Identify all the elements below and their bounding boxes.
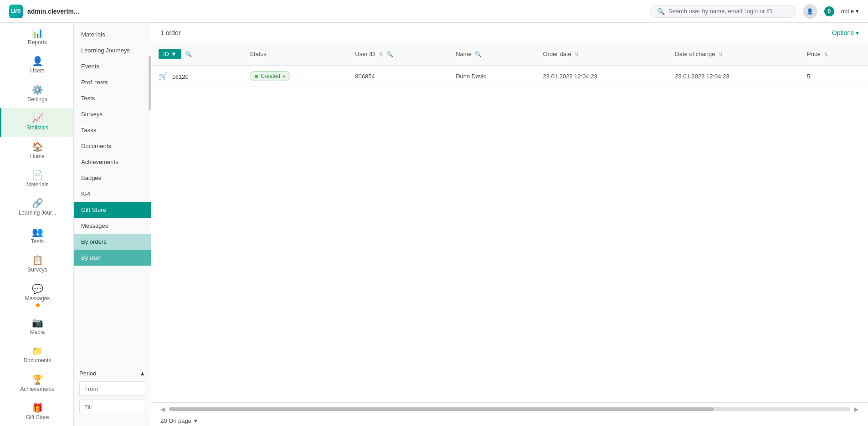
achievements-icon: 🏆 [32, 375, 43, 384]
secondary-item-achievements[interactable]: Achievements [74, 154, 151, 170]
status-dot [255, 75, 258, 78]
surveys-icon: 📋 [32, 256, 43, 265]
bottom-bar: ◀ ▶ 20 On page ▾ [151, 402, 868, 426]
sidebar-label-home: Home [30, 153, 45, 159]
sort-arrow-icon: ▼ [171, 51, 177, 57]
status-badge[interactable]: Created ▾ [250, 71, 290, 81]
sidebar-label-settings: Settings [27, 96, 47, 103]
reports-icon: 📊 [32, 28, 43, 37]
scrollbar-thumb [169, 407, 714, 411]
scroll-left-icon[interactable]: ◀ [160, 405, 165, 413]
sidebar-item-media[interactable]: 📷 Media [0, 313, 73, 341]
sidebar-label-users: Users [30, 67, 44, 74]
sidebar-item-gift-store[interactable]: 🎁 Gift Store [0, 398, 73, 426]
sidebar-item-settings[interactable]: ⚙️ Settings [0, 80, 73, 108]
secondary-item-prof-tests[interactable]: Prof. tests [74, 74, 151, 90]
sidebar-item-statistics[interactable]: 📈 Statistics [0, 108, 73, 136]
price-sort-icon[interactable]: ⇅ [824, 51, 828, 57]
cell-status: Created ▾ [242, 65, 348, 87]
sidebar-item-surveys[interactable]: 📋 Surveys [0, 250, 73, 278]
sidebar-item-documents[interactable]: 📁 Documents [0, 341, 73, 369]
secondary-item-tests[interactable]: Tests [74, 90, 151, 106]
scroll-right-icon[interactable]: ▶ [854, 405, 859, 413]
column-price[interactable]: Price ⇅ [800, 43, 868, 65]
from-date-input-container[interactable]: 📅 [79, 381, 145, 396]
options-button[interactable]: Options ▾ [832, 29, 859, 36]
till-date-input[interactable] [84, 404, 151, 411]
topbar: LMS admin.cleverlm... 🔍 👤 0 obi.e ▾ [0, 0, 868, 23]
topbar-right: 🔍 👤 0 obi.e ▾ [650, 4, 859, 19]
column-date-of-change[interactable]: Date of change ⇅ [668, 43, 800, 65]
search-icon: 🔍 [657, 8, 665, 15]
secondary-item-documents[interactable]: Documents [74, 138, 151, 154]
main-layout: 📊 Reports 👤 Users ⚙️ Settings 📈 Statisti… [0, 23, 868, 426]
sub-item-by-orders[interactable]: By orders [74, 234, 151, 250]
table-header-row: ID ▼ 🔍 Status User ID ⇅ 🔍 Name 🔍 [151, 43, 868, 65]
period-header[interactable]: Period ▲ [79, 370, 145, 377]
from-date-input[interactable] [84, 385, 151, 392]
order-id-value: 16120 [172, 73, 189, 80]
status-chevron-icon[interactable]: ▾ [283, 74, 285, 79]
search-bar[interactable]: 🔍 [650, 5, 796, 18]
materials-icon: 📄 [32, 170, 43, 180]
period-collapse-icon: ▲ [139, 370, 145, 377]
sidebar-label-materials: Materials [26, 181, 49, 188]
user-name-dropdown[interactable]: obi.e ▾ [841, 8, 859, 15]
column-user-id[interactable]: User ID ⇅ 🔍 [348, 43, 448, 65]
date-change-sort-icon[interactable]: ⇅ [719, 51, 723, 57]
cell-user-id: 806854 [348, 65, 448, 87]
period-section: Period ▲ 📅 📅 [74, 365, 151, 422]
column-name[interactable]: Name 🔍 [448, 43, 535, 65]
secondary-sidebar: Materials Learning Journeys Events Prof.… [74, 23, 151, 426]
cart-icon: 🛒 [159, 72, 168, 80]
sidebar-label-achievements: Achievements [20, 386, 54, 392]
order-date-sort-icon[interactable]: ⇅ [575, 51, 579, 57]
order-count: 1 order [160, 29, 180, 36]
search-input[interactable] [668, 8, 789, 15]
horizontal-scrollbar[interactable] [169, 407, 850, 411]
sidebar-label-surveys: Surveys [27, 267, 47, 273]
gift-store-icon: 🎁 [32, 403, 43, 412]
orders-table: ID ▼ 🔍 Status User ID ⇅ 🔍 Name 🔍 [151, 43, 868, 87]
user-id-sort-icon[interactable]: ⇅ [379, 51, 383, 57]
options-chevron-icon: ▾ [856, 29, 859, 36]
id-search-icon[interactable]: 🔍 [185, 51, 192, 57]
column-order-date[interactable]: Order date ⇅ [536, 43, 668, 65]
sidebar-item-home[interactable]: 🏠 Home [0, 137, 73, 165]
sidebar-item-reports[interactable]: 📊 Reports [0, 23, 73, 51]
secondary-item-messages[interactable]: Messages [74, 218, 151, 234]
id-sort-button[interactable]: ID ▼ [159, 49, 181, 59]
settings-icon: ⚙️ [32, 85, 43, 94]
sidebar-item-achievements[interactable]: 🏆 Achievements [0, 370, 73, 398]
secondary-item-badges[interactable]: Badges [74, 170, 151, 186]
secondary-item-surveys[interactable]: Surveys [74, 106, 151, 122]
name-search-icon[interactable]: 🔍 [475, 51, 482, 57]
sidebar-label-tests: Tests [31, 238, 44, 245]
secondary-item-tasks[interactable]: Tasks [74, 122, 151, 138]
column-status: Status [242, 43, 348, 65]
sidebar-label-documents: Documents [24, 357, 51, 364]
home-icon: 🏠 [32, 142, 43, 151]
sidebar: 📊 Reports 👤 Users ⚙️ Settings 📈 Statisti… [0, 23, 74, 426]
sidebar-item-messages[interactable]: 💬 Messages [0, 279, 73, 313]
column-id[interactable]: ID ▼ 🔍 [151, 43, 242, 65]
sidebar-label-reports: Reports [28, 39, 47, 46]
till-date-input-container[interactable]: 📅 [79, 400, 145, 414]
sidebar-item-learning-journeys[interactable]: 🔗 Learning Jour... [0, 193, 73, 221]
secondary-item-gift-store[interactable]: Gift Store [74, 202, 151, 218]
period-label: Period [79, 370, 97, 377]
sub-item-by-user[interactable]: By user [74, 250, 151, 266]
cell-id: 🛒 16120 [151, 65, 242, 87]
per-page-row: 20 On page ▾ [151, 416, 868, 426]
sidebar-item-materials[interactable]: 📄 Materials [0, 165, 73, 193]
secondary-item-materials[interactable]: Materials [74, 26, 151, 42]
secondary-item-events[interactable]: Events [74, 58, 151, 74]
per-page-label: 20 On page [160, 417, 191, 424]
sidebar-item-tests[interactable]: 👥 Tests [0, 222, 73, 250]
sidebar-item-users[interactable]: 👤 Users [0, 51, 73, 79]
user-id-search-icon[interactable]: 🔍 [386, 51, 393, 57]
sidebar-scrollbar[interactable] [149, 56, 151, 110]
per-page-selector[interactable]: 20 On page ▾ [160, 417, 197, 424]
secondary-item-learning-journeys[interactable]: Learning Journeys [74, 42, 151, 58]
secondary-item-kpi[interactable]: KPI [74, 186, 151, 202]
